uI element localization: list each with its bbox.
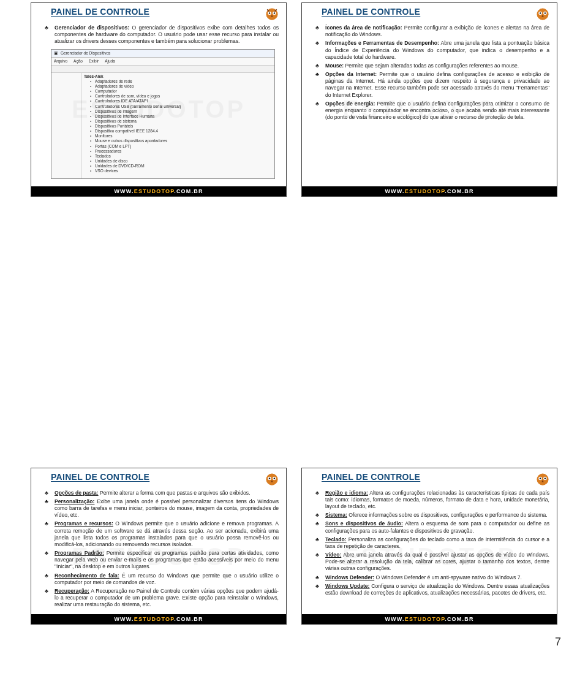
window-titlebar: ▣ Gerenciador de Dispositivos [51,50,274,58]
slide-title: PAINEL DE CONTROLE [51,7,149,17]
tree-item[interactable]: Adaptadores de rede [90,79,272,84]
tree-item[interactable]: Dispositivos de imagem [90,109,272,114]
slide-3: ESTUDOTOP PAINEL DE CONTROLE ♣Opções de … [31,468,287,625]
menu-item[interactable]: Exibir [89,59,99,64]
bullet-defender: ♣Windows Defender: O Windows Defender é … [315,574,549,581]
slide-footer: WWW.ESTUDOTOP.COM.BR [302,614,557,624]
slide-2: ESTUDOTOP PAINEL DE CONTROLE ♣Ícones da … [301,2,557,197]
tree-root[interactable]: Tales·Alek [84,74,272,79]
window-icon: ▣ [54,51,58,56]
menu-bar: Arquivo Ação Exibir Ajuda [51,58,274,66]
bullet-icones: ♣Ícones da área de notificação: Permite … [315,25,549,38]
svg-point-4 [274,12,275,13]
tree-item[interactable]: Monitores [90,134,272,139]
clubs-icon: ♣ [315,574,322,581]
bullet-energia: ♣Opções de energia: Permite que o usuári… [315,101,549,121]
clubs-icon: ♣ [45,550,51,571]
clubs-icon: ♣ [315,101,322,121]
tree-item[interactable]: Computador [90,89,272,94]
bullet-internet: ♣Opções da Internet: Permite que o usuár… [315,71,549,99]
bullet-gerenciador: ♣ Gerenciador de dispositivos: O gerenci… [45,25,279,45]
bullet-info: ♣Informações e Ferramentas de Desempenho… [315,40,549,61]
clubs-icon: ♣ [45,520,51,548]
clubs-icon: ♣ [45,573,51,586]
bullet-sons: ♣Sons e dispositivos de áudio: Altera o … [315,520,549,534]
owl-logo-icon [264,472,280,487]
clubs-icon: ♣ [315,520,322,534]
device-tree: Tales·Alek Adaptadores de rede Adaptador… [81,73,274,178]
bullet-teclado: ♣Teclado: Personaliza as configurações d… [315,536,549,550]
bullet-pasta: ♣Opções de pasta: Permite alterar a form… [45,490,279,496]
clubs-icon: ♣ [315,63,322,69]
slide-footer: WWW.ESTUDOTOP.COM.BR [302,186,557,196]
clubs-icon: ♣ [315,71,322,99]
owl-logo-icon [264,7,280,21]
clubs-icon: ♣ [315,490,322,511]
tree-item[interactable]: Adaptadores de vídeo [90,84,272,89]
page-number: 7 [0,630,588,649]
svg-point-5 [537,9,548,20]
svg-point-18 [540,477,541,479]
clubs-icon: ♣ [45,498,51,519]
clubs-icon: ♣ [315,583,322,596]
svg-point-19 [545,477,546,479]
menu-item[interactable]: Arquivo [54,59,67,64]
slides-grid: ESTUDOTOP PAINEL DE CONTROLE ♣ Gerenciad… [0,0,588,202]
clubs-icon: ♣ [45,588,51,609]
device-manager-window: ▣ Gerenciador de Dispositivos Arquivo Aç… [51,49,275,179]
tree-item[interactable]: Dispositivo compatível IEEE 1284.4 [90,129,272,134]
owl-logo-icon [535,7,551,21]
tree-item[interactable]: Mouse e outros dispositivos apontadores [90,139,272,143]
tree-item[interactable]: Controladores de som, vídeo e jogos [90,94,272,99]
bullet-fala: ♣Reconhecimento de fala: É um recurso do… [45,573,279,586]
clubs-icon: ♣ [315,536,322,550]
menu-item[interactable]: Ação [74,59,83,64]
bullet-update: ♣Windows Update: Configura o serviço de … [315,583,549,596]
tree-item[interactable]: Dispositivos Portáteis [90,124,272,129]
svg-point-14 [274,477,275,479]
svg-point-9 [545,12,546,13]
bullet-regiao: ♣Região e idioma: Altera as configuraçõe… [315,490,549,511]
svg-point-15 [537,473,548,485]
tree-item[interactable]: VSO devices [90,169,272,173]
clubs-icon: ♣ [315,40,322,61]
tree-item[interactable]: Teclados [90,154,272,159]
slide-title: PAINEL DE CONTROLE [322,7,420,17]
svg-point-10 [266,473,277,485]
slide-4: ESTUDOTOP PAINEL DE CONTROLE ♣Região e i… [301,468,557,625]
page-spacer [0,202,588,465]
tree-item[interactable]: Dispositivos de sistema [90,119,272,124]
slide-title: PAINEL DE CONTROLE [322,472,420,482]
left-pane [51,73,81,178]
toolbar [51,66,274,73]
bullet-programas: ♣Programas e recursos: O Windows permite… [45,520,279,548]
clubs-icon: ♣ [45,490,51,496]
svg-point-8 [540,12,541,13]
owl-logo-icon [535,472,551,487]
svg-point-3 [269,12,270,13]
menu-item[interactable]: Ajuda [105,59,115,64]
bullet-sistema: ♣Sistema: Oferece informações sobre os d… [315,512,549,519]
tree-item[interactable]: Controladores USB (barramento serial uni… [90,104,272,109]
tree-item[interactable]: Portas (COM e LPT) [90,144,272,149]
tree-item[interactable]: Controladores IDE ATA/ATAPI [90,99,272,104]
clubs-icon: ♣ [315,512,322,519]
bullet-personalizacao: ♣Personalização: Exibe uma janela onde é… [45,498,279,519]
clubs-icon: ♣ [315,25,322,38]
bullet-video: ♣Vídeo: Abre uma janela através da qual … [315,552,549,573]
tree-item[interactable]: Unidades de disco [90,159,272,164]
bullet-mouse: ♣Mouse: Permite que sejam alteradas toda… [315,63,549,69]
clubs-icon: ♣ [45,25,51,45]
slide-title: PAINEL DE CONTROLE [51,472,149,482]
bullet-programas-padrao: ♣Programas Padrão: Permite especificar o… [45,550,279,571]
tree-item[interactable]: Unidades de DVD/CD-ROM [90,164,272,169]
slides-grid-2: ESTUDOTOP PAINEL DE CONTROLE ♣Opções de … [0,465,588,630]
slide-footer: WWW.ESTUDOTOP.COM.BR [31,614,286,624]
tree-item[interactable]: Dispositivos de Interface Humana [90,114,272,119]
tree-item[interactable]: Processadores [90,149,272,154]
bullet-recuperacao: ♣Recuperação: A Recuperação no Painel de… [45,588,279,609]
slide-1: ESTUDOTOP PAINEL DE CONTROLE ♣ Gerenciad… [31,2,287,197]
window-title: Gerenciador de Dispositivos [61,51,110,56]
svg-point-13 [269,477,270,479]
document-page: ESTUDOTOP PAINEL DE CONTROLE ♣ Gerenciad… [0,0,588,649]
